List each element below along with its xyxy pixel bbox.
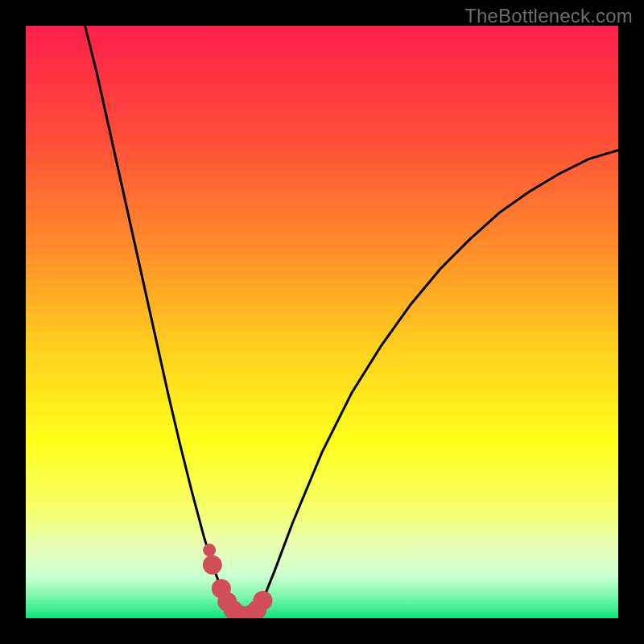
gradient-background xyxy=(26,26,618,618)
chart-svg xyxy=(26,26,618,618)
optimal-dot xyxy=(203,543,216,556)
optimal-dot xyxy=(203,555,222,575)
optimal-dot xyxy=(253,591,272,610)
watermark-text: TheBottleneck.com xyxy=(464,5,633,27)
plot-area xyxy=(26,26,618,618)
chart-frame: TheBottleneck.com xyxy=(0,0,644,644)
